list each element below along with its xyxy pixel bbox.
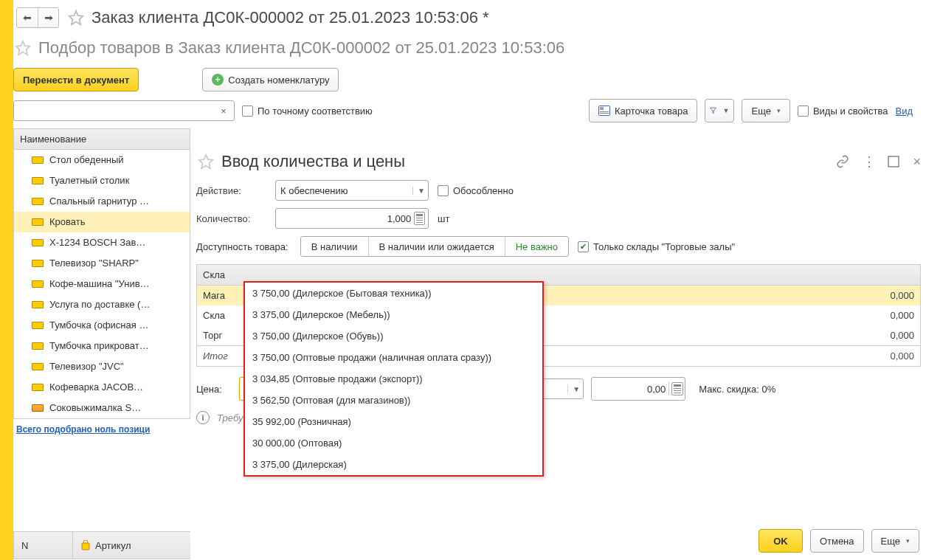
item-icon [32, 322, 44, 329]
item-icon [32, 280, 44, 288]
price-option[interactable]: 3 375,00 (Дилерское (Мебель)) [245, 304, 542, 325]
item-icon [32, 384, 44, 391]
item-icon [32, 218, 44, 226]
tree-item-label: Туалетный столик [49, 175, 129, 186]
tree-item-label: Спальный гарнитур … [49, 196, 149, 207]
star-icon[interactable] [13, 40, 31, 56]
exact-match-checkbox[interactable]: По точному соответствию [242, 106, 373, 117]
price-option[interactable]: 3 750,00 (Дилерское (Обувь)) [245, 325, 542, 347]
calc-icon[interactable] [668, 382, 685, 395]
tree-item-label: Тумбочка прикроват… [49, 340, 149, 351]
qty-input[interactable]: 1,000 [275, 208, 429, 229]
window-detach-icon[interactable] [888, 156, 899, 167]
star-icon[interactable] [65, 10, 84, 26]
product-card-button[interactable]: Карточка товара [589, 99, 698, 122]
item-icon [32, 363, 44, 370]
tree-item[interactable]: Телевизор "JVC" [14, 356, 190, 377]
qty-label: Количество: [196, 213, 266, 224]
price-option[interactable]: 3 375,00 (Дилерская) [245, 454, 542, 475]
avail-any[interactable]: Не важно [505, 237, 568, 256]
svg-rect-3 [600, 107, 604, 110]
price-option[interactable]: 3 034,85 (Оптовые продажи (экспорт)) [245, 368, 542, 390]
tree-header: Наименование [14, 129, 190, 150]
panel-title: Подбор товаров в Заказ клиента ДС0К-0000… [38, 38, 564, 58]
tree-item-label: Тумбочка (офисная … [49, 319, 148, 331]
price-option[interactable]: 30 000,00 (Оптовая) [245, 432, 542, 454]
item-icon [32, 198, 44, 205]
search-input[interactable]: × [13, 100, 235, 121]
tree-item[interactable]: Спальный гарнитур … [14, 191, 190, 212]
action-select[interactable]: К обеспечению ▼ [275, 180, 429, 201]
price-option[interactable]: 3 562,50 (Оптовая (для магазинов)) [245, 390, 542, 411]
item-tree: Наименование Стол обеденныйТуалетный сто… [13, 128, 190, 419]
more-button[interactable]: Еще ▾ [871, 529, 919, 553]
tree-item[interactable]: Тумбочка прикроват… [14, 336, 190, 356]
item-icon [32, 260, 44, 267]
wh-val: 0,000 [870, 330, 914, 341]
tree-item-label: Услуга по доставке (… [49, 299, 150, 310]
max-discount-label: Макс. скидка: 0% [699, 384, 775, 395]
svg-marker-1 [16, 41, 30, 55]
item-icon [32, 156, 44, 164]
window-title: Заказ клиента ДС0К-000002 от 25.01.2023 … [91, 8, 489, 27]
cancel-button[interactable]: Отмена [810, 529, 864, 553]
only-warehouses-checkbox[interactable]: Только склады "Торговые залы" [578, 241, 735, 252]
tree-item-label: Кофе-машина "Унив… [49, 278, 150, 289]
tree-item-label: Кровать [49, 216, 85, 227]
tree-item[interactable]: Туалетный столик [14, 170, 190, 191]
picked-total-link[interactable]: Всего подобрано ноль позици [16, 424, 150, 435]
menu-dots-icon[interactable]: ⋮ [863, 153, 874, 170]
svg-rect-6 [82, 543, 89, 550]
tree-item[interactable]: X-1234 BOSCH Зав… [14, 232, 190, 253]
tree-item-label: Соковыжималка S… [49, 402, 141, 413]
wh-val: 0,000 [870, 310, 914, 321]
plus-icon: + [212, 74, 224, 86]
ok-button[interactable]: OK [759, 529, 803, 553]
calc-icon[interactable] [414, 212, 425, 225]
close-icon[interactable]: × [913, 154, 921, 170]
tree-item-label: Стол обеденный [49, 154, 124, 165]
wh-total-value: 0,000 [870, 350, 914, 362]
separate-checkbox[interactable]: Обособленно [438, 185, 514, 196]
filter-button[interactable]: ▼ [705, 99, 734, 122]
search-field[interactable] [17, 106, 216, 117]
item-icon [32, 177, 44, 184]
clear-icon[interactable]: × [216, 106, 231, 117]
star-icon[interactable] [196, 153, 214, 170]
col-n: N [14, 532, 73, 559]
avail-instock[interactable]: В наличии [301, 237, 368, 256]
col-art: Артикул [73, 532, 193, 559]
svg-marker-0 [69, 11, 83, 24]
wh-val: 0,000 [870, 290, 914, 301]
tree-item-label: X-1234 BOSCH Зав… [49, 237, 145, 248]
tree-item[interactable]: Стол обеденный [14, 150, 190, 170]
create-item-button[interactable]: + Создать номенклатуру [202, 68, 339, 91]
tree-item[interactable]: Тумбочка (офисная … [14, 315, 190, 336]
link-icon[interactable] [836, 155, 849, 168]
views-props-checkbox[interactable]: Виды и свойства [798, 106, 888, 117]
price-option[interactable]: 3 750,00 (Оптовые продажи (наличная опла… [245, 347, 542, 368]
tree-item[interactable]: Кофе-машина "Унив… [14, 274, 190, 294]
tree-item[interactable]: Услуга по доставке (… [14, 294, 190, 315]
item-icon [32, 301, 44, 308]
discount-input[interactable]: 0,00 [591, 377, 685, 401]
price-option[interactable]: 35 992,00 (Розничная) [245, 411, 542, 432]
info-icon: i [196, 411, 210, 424]
views-link[interactable]: Вид [895, 106, 913, 117]
avail-label: Доступность товара: [196, 241, 288, 252]
tree-item-label: Телевизор "SHARP" [49, 257, 139, 269]
nav-back-button[interactable]: 🠨 [17, 8, 38, 27]
item-icon [32, 342, 44, 350]
qty-unit: шт [438, 213, 449, 224]
more-button[interactable]: Еще ▾ [742, 99, 789, 122]
tree-item[interactable]: Соковыжималка S… [14, 398, 190, 418]
transfer-button[interactable]: Перенести в документ [13, 68, 139, 91]
nav-forward-button[interactable]: 🠪 [38, 8, 58, 27]
tree-item[interactable]: Кофеварка JACOB… [14, 377, 190, 398]
avail-expected[interactable]: В наличии или ожидается [368, 237, 505, 256]
tree-item[interactable]: Телевизор "SHARP" [14, 253, 190, 274]
tree-item[interactable]: Кровать [14, 212, 190, 232]
card-icon [598, 106, 610, 116]
price-option[interactable]: 3 750,00 (Дилерское (Бытовая техника)) [245, 283, 542, 304]
svg-rect-4 [600, 111, 609, 112]
